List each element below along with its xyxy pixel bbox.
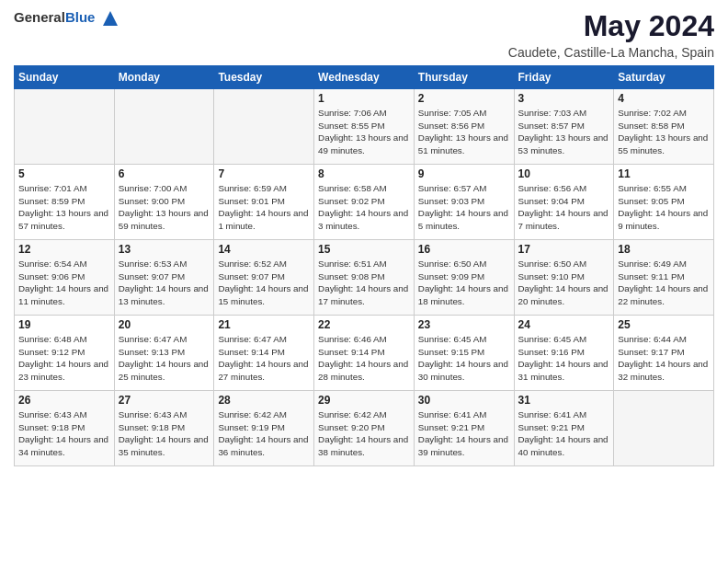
col-tuesday: Tuesday — [214, 66, 314, 89]
calendar-week-3: 12Sunrise: 6:54 AM Sunset: 9:06 PM Dayli… — [15, 240, 714, 316]
day-number: 23 — [418, 318, 510, 331]
calendar-cell: 31Sunrise: 6:41 AM Sunset: 9:21 PM Dayli… — [514, 391, 614, 466]
calendar-cell: 12Sunrise: 6:54 AM Sunset: 9:06 PM Dayli… — [15, 240, 115, 316]
logo-icon — [101, 9, 119, 28]
calendar-cell: 17Sunrise: 6:50 AM Sunset: 9:10 PM Dayli… — [514, 240, 614, 316]
day-number: 4 — [618, 92, 710, 105]
calendar-cell: 8Sunrise: 6:58 AM Sunset: 9:02 PM Daylig… — [314, 165, 415, 240]
day-number: 29 — [318, 394, 410, 407]
day-info: Sunrise: 6:47 AM Sunset: 9:14 PM Dayligh… — [218, 333, 310, 384]
calendar-cell: 5Sunrise: 7:01 AM Sunset: 8:59 PM Daylig… — [15, 165, 115, 240]
day-info: Sunrise: 7:00 AM Sunset: 9:00 PM Dayligh… — [119, 182, 210, 233]
day-info: Sunrise: 7:02 AM Sunset: 8:58 PM Dayligh… — [618, 107, 710, 157]
calendar-cell: 22Sunrise: 6:46 AM Sunset: 9:14 PM Dayli… — [314, 316, 415, 391]
calendar-cell: 2Sunrise: 7:05 AM Sunset: 8:56 PM Daylig… — [414, 89, 514, 165]
day-info: Sunrise: 6:48 AM Sunset: 9:12 PM Dayligh… — [18, 333, 110, 384]
calendar-cell: 18Sunrise: 6:49 AM Sunset: 9:11 PM Dayli… — [614, 240, 714, 316]
col-wednesday: Wednesday — [314, 66, 415, 89]
day-info: Sunrise: 6:43 AM Sunset: 9:18 PM Dayligh… — [18, 408, 110, 459]
logo: GeneralBlue — [14, 9, 119, 28]
day-number: 25 — [618, 318, 710, 331]
calendar-cell — [214, 89, 314, 165]
day-number: 14 — [218, 243, 310, 256]
calendar-cell: 16Sunrise: 6:50 AM Sunset: 9:09 PM Dayli… — [414, 240, 514, 316]
day-number: 9 — [418, 167, 510, 180]
day-info: Sunrise: 6:57 AM Sunset: 9:03 PM Dayligh… — [418, 182, 510, 233]
day-info: Sunrise: 6:44 AM Sunset: 9:17 PM Dayligh… — [618, 333, 710, 384]
calendar-cell: 9Sunrise: 6:57 AM Sunset: 9:03 PM Daylig… — [414, 165, 514, 240]
col-sunday: Sunday — [15, 66, 115, 89]
calendar-cell: 28Sunrise: 6:42 AM Sunset: 9:19 PM Dayli… — [214, 391, 314, 466]
day-info: Sunrise: 6:50 AM Sunset: 9:09 PM Dayligh… — [418, 258, 510, 308]
calendar-cell — [614, 391, 714, 466]
col-thursday: Thursday — [414, 66, 514, 89]
calendar-cell: 27Sunrise: 6:43 AM Sunset: 9:18 PM Dayli… — [114, 391, 214, 466]
col-monday: Monday — [114, 66, 214, 89]
title-block: May 2024 Caudete, Castille-La Mancha, Sp… — [508, 9, 714, 60]
day-number: 6 — [119, 167, 210, 180]
day-number: 20 — [119, 318, 210, 331]
col-friday: Friday — [514, 66, 614, 89]
day-number: 1 — [318, 92, 410, 105]
day-info: Sunrise: 6:52 AM Sunset: 9:07 PM Dayligh… — [218, 258, 310, 308]
day-info: Sunrise: 6:50 AM Sunset: 9:10 PM Dayligh… — [518, 258, 610, 308]
logo-blue: Blue — [65, 9, 96, 25]
calendar-header-row: Sunday Monday Tuesday Wednesday Thursday… — [15, 66, 714, 89]
calendar-cell: 23Sunrise: 6:45 AM Sunset: 9:15 PM Dayli… — [414, 316, 514, 391]
calendar-cell: 30Sunrise: 6:41 AM Sunset: 9:21 PM Dayli… — [414, 391, 514, 466]
day-info: Sunrise: 6:47 AM Sunset: 9:13 PM Dayligh… — [119, 333, 210, 384]
calendar-cell — [114, 89, 214, 165]
col-saturday: Saturday — [614, 66, 714, 89]
day-number: 7 — [218, 167, 310, 180]
day-info: Sunrise: 6:56 AM Sunset: 9:04 PM Dayligh… — [518, 182, 610, 233]
day-number: 27 — [119, 394, 210, 407]
calendar-cell: 19Sunrise: 6:48 AM Sunset: 9:12 PM Dayli… — [15, 316, 115, 391]
day-number: 28 — [218, 394, 310, 407]
day-number: 19 — [18, 318, 110, 331]
day-number: 17 — [518, 243, 610, 256]
day-info: Sunrise: 6:59 AM Sunset: 9:01 PM Dayligh… — [218, 182, 310, 233]
calendar-cell: 15Sunrise: 6:51 AM Sunset: 9:08 PM Dayli… — [314, 240, 415, 316]
day-number: 13 — [119, 243, 210, 256]
month-title: May 2024 — [508, 9, 714, 43]
day-number: 12 — [18, 243, 110, 256]
calendar-week-5: 26Sunrise: 6:43 AM Sunset: 9:18 PM Dayli… — [15, 391, 714, 466]
calendar-cell: 25Sunrise: 6:44 AM Sunset: 9:17 PM Dayli… — [614, 316, 714, 391]
calendar-cell: 10Sunrise: 6:56 AM Sunset: 9:04 PM Dayli… — [514, 165, 614, 240]
day-info: Sunrise: 6:45 AM Sunset: 9:15 PM Dayligh… — [418, 333, 510, 384]
day-info: Sunrise: 7:05 AM Sunset: 8:56 PM Dayligh… — [418, 107, 510, 157]
day-info: Sunrise: 7:01 AM Sunset: 8:59 PM Dayligh… — [18, 182, 110, 233]
day-number: 22 — [318, 318, 410, 331]
calendar-week-2: 5Sunrise: 7:01 AM Sunset: 8:59 PM Daylig… — [15, 165, 714, 240]
calendar-cell: 3Sunrise: 7:03 AM Sunset: 8:57 PM Daylig… — [514, 89, 614, 165]
day-info: Sunrise: 6:55 AM Sunset: 9:05 PM Dayligh… — [618, 182, 710, 233]
calendar-cell: 26Sunrise: 6:43 AM Sunset: 9:18 PM Dayli… — [15, 391, 115, 466]
day-info: Sunrise: 6:51 AM Sunset: 9:08 PM Dayligh… — [318, 258, 410, 308]
calendar-cell — [15, 89, 115, 165]
calendar-cell: 11Sunrise: 6:55 AM Sunset: 9:05 PM Dayli… — [614, 165, 714, 240]
calendar-cell: 7Sunrise: 6:59 AM Sunset: 9:01 PM Daylig… — [214, 165, 314, 240]
day-number: 10 — [518, 167, 610, 180]
day-info: Sunrise: 6:53 AM Sunset: 9:07 PM Dayligh… — [119, 258, 210, 308]
calendar-cell: 20Sunrise: 6:47 AM Sunset: 9:13 PM Dayli… — [114, 316, 214, 391]
calendar-cell: 6Sunrise: 7:00 AM Sunset: 9:00 PM Daylig… — [114, 165, 214, 240]
day-info: Sunrise: 7:03 AM Sunset: 8:57 PM Dayligh… — [518, 107, 610, 157]
calendar-cell: 29Sunrise: 6:42 AM Sunset: 9:20 PM Dayli… — [314, 391, 415, 466]
day-info: Sunrise: 6:49 AM Sunset: 9:11 PM Dayligh… — [618, 258, 710, 308]
page: GeneralBlue May 2024 Caudete, Castille-L… — [0, 0, 728, 563]
calendar-cell: 4Sunrise: 7:02 AM Sunset: 8:58 PM Daylig… — [614, 89, 714, 165]
day-info: Sunrise: 6:58 AM Sunset: 9:02 PM Dayligh… — [318, 182, 410, 233]
header: GeneralBlue May 2024 Caudete, Castille-L… — [14, 9, 714, 60]
day-number: 30 — [418, 394, 510, 407]
day-info: Sunrise: 6:43 AM Sunset: 9:18 PM Dayligh… — [119, 408, 210, 459]
day-number: 16 — [418, 243, 510, 256]
calendar-cell: 14Sunrise: 6:52 AM Sunset: 9:07 PM Dayli… — [214, 240, 314, 316]
day-number: 15 — [318, 243, 410, 256]
day-info: Sunrise: 6:41 AM Sunset: 9:21 PM Dayligh… — [518, 408, 610, 459]
day-number: 2 — [418, 92, 510, 105]
day-info: Sunrise: 7:06 AM Sunset: 8:55 PM Dayligh… — [318, 107, 410, 157]
calendar-cell: 13Sunrise: 6:53 AM Sunset: 9:07 PM Dayli… — [114, 240, 214, 316]
day-number: 8 — [318, 167, 410, 180]
day-number: 26 — [18, 394, 110, 407]
calendar-cell: 24Sunrise: 6:45 AM Sunset: 9:16 PM Dayli… — [514, 316, 614, 391]
